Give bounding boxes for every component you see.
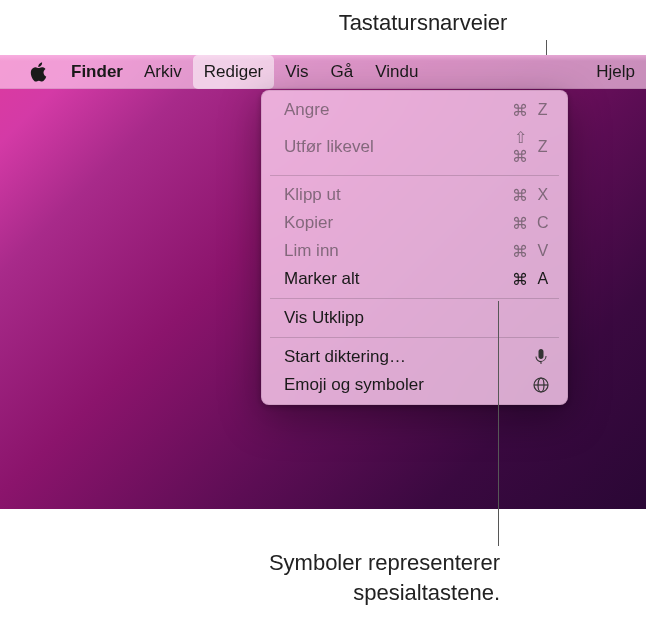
callout-top-text: Tastatursnarveier	[139, 10, 508, 36]
menu-separator	[270, 175, 559, 176]
menu-item-show-clipboard[interactable]: Vis Utklipp	[262, 304, 567, 332]
menu-item-emoji-symbols[interactable]: Emoji og symboler	[262, 371, 567, 399]
menu-item-undo[interactable]: Angre ⌘ Z	[262, 96, 567, 124]
shortcut-key: C	[535, 214, 551, 232]
app-name[interactable]: Finder	[61, 62, 133, 82]
menu-item-redo[interactable]: Utfør likevel ⇧ ⌘ Z	[262, 124, 567, 170]
menu-item-label: Utfør likevel	[284, 137, 374, 157]
globe-icon	[531, 377, 551, 393]
menu-item-label: Vis Utklipp	[284, 308, 364, 328]
menu-hjelp[interactable]: Hjelp	[585, 55, 646, 89]
menu-item-label: Angre	[284, 100, 329, 120]
shortcut: ⇧ ⌘ Z	[512, 128, 551, 166]
menu-item-label: Emoji og symboler	[284, 375, 424, 395]
menu-item-start-dictation[interactable]: Start diktering…	[262, 343, 567, 371]
shortcut-key: X	[535, 186, 551, 204]
apple-logo-icon[interactable]	[25, 62, 51, 82]
menu-ga[interactable]: Gå	[320, 55, 365, 89]
menu-separator	[270, 337, 559, 338]
menu-item-paste[interactable]: Lim inn ⌘ V	[262, 237, 567, 265]
menu-rediger[interactable]: Rediger	[193, 55, 275, 89]
callout-keyboard-shortcuts: Tastatursnarveier	[0, 10, 646, 36]
menu-item-select-all[interactable]: Marker alt ⌘ A	[262, 265, 567, 293]
menu-vis[interactable]: Vis	[274, 55, 319, 89]
shortcut: ⌘ X	[512, 186, 551, 205]
menu-arkiv[interactable]: Arkiv	[133, 55, 193, 89]
menu-item-label: Klipp ut	[284, 185, 341, 205]
menu-item-label: Marker alt	[284, 269, 360, 289]
shortcut-key: Z	[535, 101, 551, 119]
menu-item-cut[interactable]: Klipp ut ⌘ X	[262, 181, 567, 209]
shortcut-key: V	[535, 242, 551, 260]
callout-line-bottom	[498, 301, 499, 546]
menu-item-label: Kopier	[284, 213, 333, 233]
menu-item-copy[interactable]: Kopier ⌘ C	[262, 209, 567, 237]
command-icon: ⌘	[512, 242, 528, 261]
command-icon: ⌘	[512, 101, 528, 120]
shortcut: ⌘ A	[512, 270, 551, 289]
microphone-icon	[531, 348, 551, 366]
command-icon: ⌘	[512, 186, 528, 205]
command-icon: ⌘	[512, 270, 528, 289]
menu-item-label: Start diktering…	[284, 347, 406, 367]
callout-bottom-line2: spesialtastene.	[170, 578, 500, 608]
shortcut: ⌘ V	[512, 242, 551, 261]
menu-separator	[270, 298, 559, 299]
menu-vindu[interactable]: Vindu	[364, 55, 429, 89]
menu-item-label: Lim inn	[284, 241, 339, 261]
shortcut: ⌘ Z	[512, 101, 551, 120]
shortcut: ⌘ C	[512, 214, 551, 233]
callout-special-keys: Symboler representerer spesialtastene.	[170, 548, 500, 607]
shortcut-key: Z	[535, 138, 551, 156]
callout-bottom-line1: Symboler representerer	[170, 548, 500, 578]
shortcut-key: A	[535, 270, 551, 288]
shift-command-icon: ⇧ ⌘	[512, 128, 528, 166]
edit-dropdown-menu: Angre ⌘ Z Utfør likevel ⇧ ⌘ Z Klipp ut ⌘…	[261, 90, 568, 405]
command-icon: ⌘	[512, 214, 528, 233]
menubar: Finder Arkiv Rediger Vis Gå Vindu Hjelp	[0, 55, 646, 89]
